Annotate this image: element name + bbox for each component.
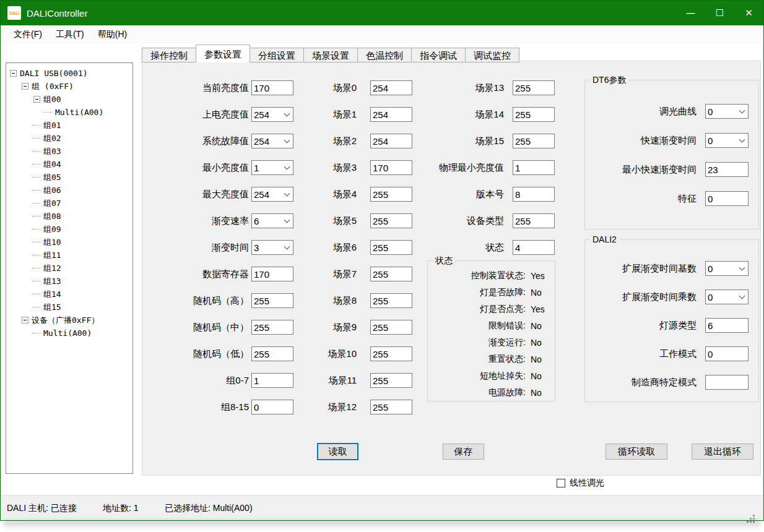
param-field[interactable] — [251, 80, 293, 95]
param-input[interactable] — [252, 294, 293, 307]
scene-input[interactable] — [371, 161, 412, 174]
tree-expander-icon[interactable] — [33, 239, 40, 246]
dali2-field[interactable] — [705, 346, 749, 361]
tree-expander-icon[interactable] — [45, 109, 52, 116]
dali2-input[interactable] — [706, 262, 748, 275]
info-input[interactable] — [513, 214, 554, 228]
menu-item[interactable]: 工具(T) — [49, 27, 91, 43]
scene-input[interactable] — [371, 241, 412, 254]
param-field[interactable] — [251, 187, 293, 202]
tree-expander-icon[interactable] — [33, 200, 40, 207]
tree-node[interactable]: 组09 — [6, 223, 132, 236]
param-input[interactable] — [252, 214, 293, 228]
tab-item[interactable]: 指令调试 — [411, 48, 466, 62]
info-field[interactable] — [513, 134, 555, 148]
param-field[interactable] — [251, 293, 293, 308]
param-input[interactable] — [252, 241, 293, 254]
param-field[interactable] — [251, 107, 293, 122]
scene-input[interactable] — [371, 187, 412, 201]
linear-dimming-checkbox[interactable] — [557, 479, 565, 487]
tab-item[interactable]: 操作控制 — [142, 48, 196, 62]
scene-input[interactable] — [371, 320, 412, 334]
tree-expander-icon[interactable] — [33, 135, 40, 142]
info-field[interactable] — [513, 213, 555, 228]
param-field[interactable] — [251, 240, 293, 255]
param-input[interactable] — [252, 161, 293, 174]
tree-expander-icon[interactable] — [33, 291, 40, 298]
tree-node[interactable]: 组00 — [6, 93, 132, 106]
info-field[interactable] — [513, 240, 555, 255]
tree-node[interactable]: 组08 — [6, 210, 132, 223]
scene-input[interactable] — [371, 294, 412, 307]
tree-expander-icon[interactable] — [33, 252, 40, 259]
dali2-field[interactable] — [705, 261, 749, 276]
minimize-icon[interactable]: — — [676, 1, 705, 25]
scene-input[interactable] — [371, 81, 412, 95]
scene-input[interactable] — [371, 347, 412, 361]
scene-field[interactable] — [370, 400, 412, 414]
tree-node[interactable]: 组10 — [6, 236, 132, 249]
tree-expander-icon[interactable] — [33, 187, 40, 194]
tree-node[interactable]: 组01 — [6, 119, 132, 132]
scene-input[interactable] — [371, 134, 412, 148]
tree-node[interactable]: 组 (0xFF) — [6, 80, 132, 93]
tree-node[interactable]: 组04 — [6, 158, 132, 171]
scene-field[interactable] — [370, 187, 412, 202]
tree-node[interactable]: 组14 — [6, 288, 132, 301]
scene-field[interactable] — [370, 107, 412, 122]
info-field[interactable] — [513, 107, 555, 122]
tree-node[interactable]: 组02 — [6, 132, 132, 145]
param-input[interactable] — [252, 134, 293, 148]
dt6-input[interactable] — [706, 105, 748, 118]
param-field[interactable] — [251, 373, 293, 388]
param-field[interactable] — [251, 400, 293, 414]
tab-item[interactable]: 分组设置 — [250, 48, 304, 62]
scene-field[interactable] — [370, 267, 412, 281]
tree-expander-icon[interactable] — [33, 213, 40, 220]
param-field[interactable] — [251, 320, 293, 335]
tree-expander-icon[interactable] — [33, 148, 40, 155]
tree-node[interactable]: 组15 — [6, 301, 132, 314]
tree-expander-icon[interactable] — [33, 122, 40, 129]
tree-node[interactable]: 设备（广播0xFF） — [6, 314, 132, 327]
tree-expander-icon[interactable] — [33, 304, 40, 311]
param-input[interactable] — [252, 400, 293, 414]
info-input[interactable] — [513, 134, 554, 148]
param-input[interactable] — [252, 267, 293, 281]
tree-node[interactable]: 组11 — [6, 249, 132, 262]
tree-expander-icon[interactable] — [33, 161, 40, 168]
info-field[interactable] — [513, 187, 555, 202]
dt6-field[interactable] — [705, 162, 749, 177]
info-input[interactable] — [513, 161, 554, 174]
resize-grip[interactable] — [753, 515, 755, 517]
dt6-field[interactable] — [705, 104, 749, 119]
dali2-input[interactable] — [706, 319, 748, 332]
scene-field[interactable] — [370, 293, 412, 308]
dt6-field[interactable] — [705, 133, 749, 148]
info-field[interactable] — [513, 80, 555, 95]
param-input[interactable] — [252, 347, 293, 361]
menu-item[interactable]: 文件(F) — [7, 27, 49, 43]
dali2-input[interactable] — [706, 375, 748, 389]
tree-node[interactable]: 组06 — [6, 184, 132, 197]
tree-node[interactable]: 组12 — [6, 262, 132, 275]
param-field[interactable] — [251, 346, 293, 361]
param-field[interactable] — [251, 134, 293, 148]
param-field[interactable] — [251, 160, 293, 175]
dt6-field[interactable] — [705, 191, 749, 206]
close-icon[interactable]: ✕ — [734, 1, 763, 25]
tab-item[interactable]: 场景设置 — [303, 48, 358, 62]
scene-input[interactable] — [371, 374, 412, 387]
tree-node[interactable]: 组07 — [6, 197, 132, 210]
dt6-input[interactable] — [706, 192, 748, 205]
info-input[interactable] — [513, 81, 554, 95]
scene-field[interactable] — [370, 134, 412, 148]
tree-node[interactable]: Multi(A00) — [6, 327, 132, 340]
param-input[interactable] — [252, 187, 293, 201]
dali2-field[interactable] — [705, 318, 749, 333]
tree-node[interactable]: 组05 — [6, 171, 132, 184]
menu-item[interactable]: 帮助(H) — [91, 27, 134, 43]
maximize-icon[interactable]: ☐ — [705, 1, 734, 25]
scene-field[interactable] — [370, 213, 412, 228]
info-input[interactable] — [513, 187, 554, 201]
